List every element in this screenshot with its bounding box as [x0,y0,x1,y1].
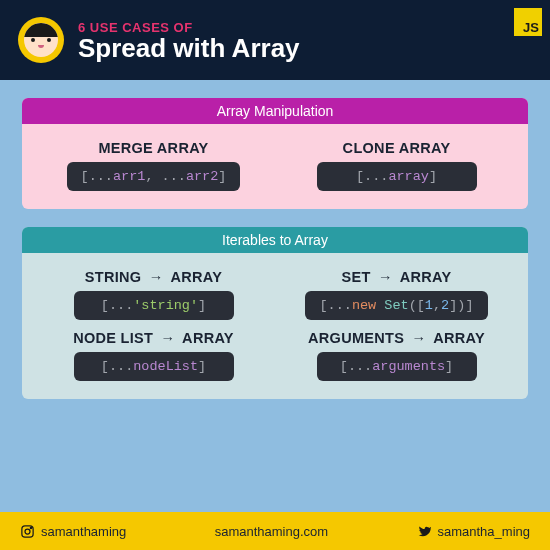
avatar-face-icon [24,23,58,57]
use-case-title: CLONE ARRAY [343,140,451,156]
use-case-cell: NODE LIST → ARRAY[...nodeList] [40,330,267,381]
instagram-icon [20,524,35,539]
twitter-icon [416,524,431,539]
section-heading: Array Manipulation [22,98,528,124]
svg-point-2 [30,527,31,528]
use-case-cell: MERGE ARRAY[...arr1, ...arr2] [40,140,267,191]
avatar [18,17,64,63]
use-case-cell: SET → ARRAY[...new Set([1,2])] [283,269,510,320]
instagram-label: samanthaming [41,524,126,539]
twitter-label: samantha_ming [437,524,530,539]
code-snippet: [...arguments] [317,352,477,381]
footer: samanthaming samanthaming.com samantha_m… [0,512,550,550]
use-case-title: MERGE ARRAY [98,140,208,156]
code-snippet: [...arr1, ...arr2] [67,162,241,191]
code-snippet: [...nodeList] [74,352,234,381]
page-title: Spread with Array [78,35,300,61]
section-grid: STRING → ARRAY[...'string']SET → ARRAY[.… [22,253,528,399]
section-grid: MERGE ARRAY[...arr1, ...arr2]CLONE ARRAY… [22,124,528,209]
section-teal: Iterables to ArraySTRING → ARRAY[...'str… [22,227,528,399]
site-label: samanthaming.com [215,524,328,539]
section-heading: Iterables to Array [22,227,528,253]
section-pink: Array ManipulationMERGE ARRAY[...arr1, .… [22,98,528,209]
header: 6 USE CASES OF Spread with Array JS [0,0,550,80]
instagram-handle: samanthaming [20,524,126,539]
use-case-title: STRING → ARRAY [85,269,222,285]
code-snippet: [...array] [317,162,477,191]
use-case-title: ARGUMENTS → ARRAY [308,330,485,346]
content: Array ManipulationMERGE ARRAY[...arr1, .… [0,80,550,399]
twitter-handle: samantha_ming [416,524,530,539]
code-snippet: [...new Set([1,2])] [305,291,487,320]
use-case-title: NODE LIST → ARRAY [73,330,234,346]
use-case-cell: ARGUMENTS → ARRAY[...arguments] [283,330,510,381]
code-snippet: [...'string'] [74,291,234,320]
js-badge-icon: JS [514,8,542,36]
use-case-cell: STRING → ARRAY[...'string'] [40,269,267,320]
use-case-title: SET → ARRAY [342,269,452,285]
svg-point-1 [25,529,30,534]
use-case-cell: CLONE ARRAY[...array] [283,140,510,191]
